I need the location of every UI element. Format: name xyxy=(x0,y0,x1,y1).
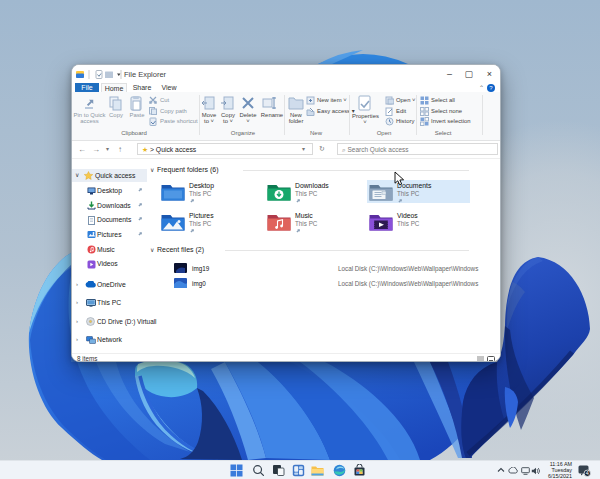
svg-text:4: 4 xyxy=(586,470,589,476)
